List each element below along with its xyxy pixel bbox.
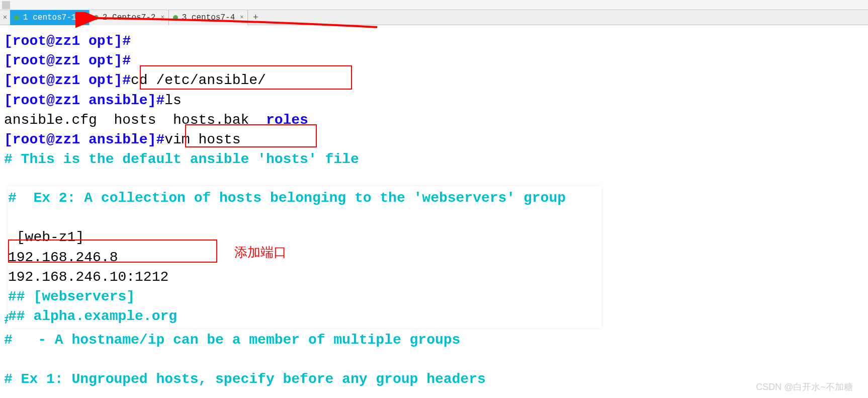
watermark-text: CSDN @白开水~不加糖: [756, 381, 853, 393]
tab-label: 1 centos7-1: [23, 13, 76, 22]
close-icon[interactable]: ×: [240, 14, 243, 21]
file-comment: ## [webservers]: [8, 287, 135, 306]
terminal-line: [root@zz1 opt]#: [4, 31, 864, 51]
terminal-output: [root@zz1 opt]# [root@zz1 opt]# [root@zz…: [0, 25, 868, 395]
app-toolbar: [0, 0, 868, 10]
shell-command: cd /etc/ansible/: [131, 70, 266, 90]
terminal-line: # This is the default ansible 'hosts' fi…: [4, 149, 864, 169]
shell-command: ls: [164, 91, 182, 110]
file-comment: # Ex 2: A collection of hosts belonging …: [8, 188, 566, 208]
annotation-text-port: 添加端口: [234, 244, 287, 261]
shell-prompt: [root@zz1 ansible]#: [4, 130, 164, 149]
file-comment: # - A hostname/ip can be a member of mul…: [4, 330, 460, 350]
host-ip-port: 192.168.246.10:1212: [8, 267, 168, 287]
shell-prompt: [root@zz1 ansible]#: [4, 91, 164, 110]
tab-centos7-2[interactable]: 2 Centos7-2 ×: [90, 10, 169, 25]
file-comment: # This is the default ansible 'hosts' fi…: [4, 149, 359, 169]
shell-command: vim hosts: [164, 130, 240, 149]
file-line: [8, 208, 601, 227]
file-line: 192.168.246.10:1212: [8, 267, 601, 287]
terminal-line: ansible.cfg hosts hosts.bak roles: [4, 110, 864, 130]
file-line: # Ex 2: A collection of hosts belonging …: [8, 188, 601, 208]
shell-prompt: [root@zz1 opt]#: [4, 51, 131, 70]
terminal-line: [root@zz1 ansible]#vim hosts: [4, 130, 864, 149]
tab-centos7-1[interactable]: 1 centos7-1 ×: [10, 10, 90, 25]
file-line: ## [webservers]: [8, 287, 601, 306]
shell-prompt: [root@zz1 opt]#: [4, 31, 131, 51]
status-dot-icon: [173, 15, 178, 20]
file-comment: # Ex 1: Ungrouped hosts, specify before …: [4, 369, 486, 389]
status-dot-icon: [14, 15, 19, 20]
file-line: [4, 350, 864, 369]
tabbar-close-icon[interactable]: ×: [0, 10, 10, 25]
toolbar-icon[interactable]: [2, 1, 10, 9]
file-line: # Ex 1: Ungrouped hosts, specify before …: [4, 369, 864, 389]
shell-prompt: [root@zz1 opt]#: [4, 70, 131, 90]
add-tab-button[interactable]: +: [248, 10, 263, 25]
file-line: [web-z1]: [8, 227, 601, 247]
file-line: # - A hostname/ip can be a member of mul…: [4, 330, 864, 350]
ls-output-dir: roles: [266, 110, 308, 130]
file-line: ## alpha.example.org: [8, 306, 601, 326]
tab-centos7-4[interactable]: 3 centos7-4 ×: [169, 10, 248, 25]
host-group: [web-z1]: [8, 227, 84, 247]
terminal-line: [root@zz1 opt]#: [4, 51, 864, 70]
tab-label: 2 Centos7-2: [103, 13, 156, 22]
status-dot-icon: [94, 15, 99, 20]
host-ip: 192.168.246.8: [8, 248, 118, 267]
file-comment: ## alpha.example.org: [8, 306, 177, 326]
terminal-line: [root@zz1 opt]#cd /etc/ansible/: [4, 70, 864, 90]
close-icon[interactable]: ×: [160, 14, 164, 21]
tab-label: 3 centos7-4: [182, 13, 235, 22]
tab-bar: × 1 centos7-1 × 2 Centos7-2 × 3 centos7-…: [0, 10, 868, 25]
file-line: 192.168.246.8: [8, 248, 601, 267]
close-icon[interactable]: ×: [81, 14, 85, 21]
file-content-overlay: # Ex 2: A collection of hosts belonging …: [8, 186, 601, 328]
ls-output-files: ansible.cfg hosts hosts.bak: [4, 110, 266, 130]
terminal-line: [root@zz1 ansible]#ls: [4, 91, 864, 110]
